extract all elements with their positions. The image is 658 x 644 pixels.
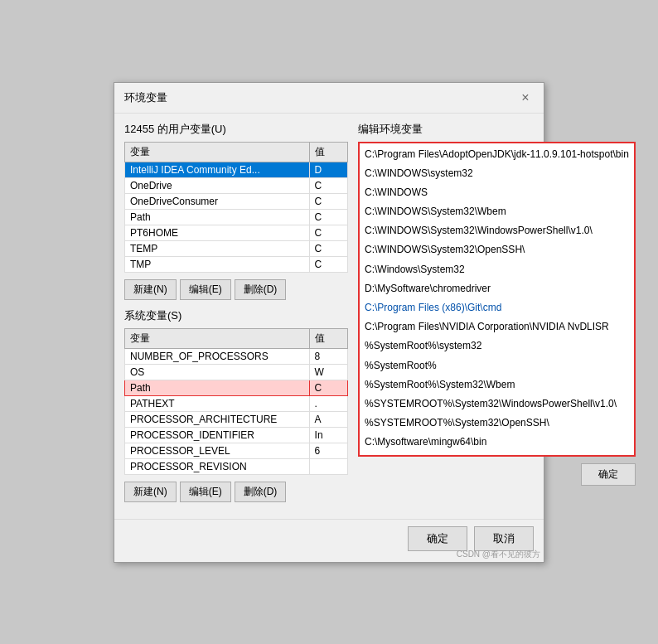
- right-panel: 编辑环境变量 C:\Program Files\AdoptOpenJDK\jdk…: [358, 122, 636, 511]
- system-table-row[interactable]: PathC: [125, 380, 348, 395]
- system-var-val: 6: [309, 443, 347, 458]
- path-list-item[interactable]: C:\Program Files\AdoptOpenJDK\jdk-11.0.9…: [361, 145, 632, 164]
- path-list-item[interactable]: %SystemRoot%: [361, 356, 632, 375]
- system-new-button[interactable]: 新建(N): [124, 482, 177, 502]
- system-table-row[interactable]: PROCESSOR_LEVEL6: [125, 443, 348, 458]
- user-var-name: OneDrive: [125, 177, 310, 193]
- user-var-val: C: [309, 225, 347, 240]
- system-table-row[interactable]: PROCESSOR_REVISION: [125, 458, 348, 474]
- system-var-val: A: [309, 411, 347, 427]
- dialog-title: 环境变量: [124, 90, 167, 105]
- edit-ok-button[interactable]: 确定: [581, 463, 636, 486]
- system-var-val: C: [309, 380, 347, 395]
- ok-button[interactable]: 确定: [408, 526, 467, 551]
- path-list-item[interactable]: C:\WINDOWS\System32\Wbem: [361, 202, 632, 221]
- user-var-name: TEMP: [125, 240, 310, 256]
- path-list-item[interactable]: %SYSTEMROOT%\System32\OpenSSH\: [361, 414, 632, 433]
- user-new-button[interactable]: 新建(N): [124, 279, 177, 300]
- user-table-row[interactable]: OneDriveC: [125, 177, 348, 193]
- path-list-item[interactable]: C:\Program Files\NVIDIA Corporation\NVID…: [361, 317, 632, 337]
- user-var-name: Path: [125, 209, 310, 225]
- system-var-val: 8: [309, 348, 347, 364]
- user-table-row[interactable]: PT6HOMEC: [125, 225, 348, 240]
- path-list-item[interactable]: C:\WINDOWS\System32\WindowsPowerShell\v1…: [361, 221, 632, 240]
- path-list-item[interactable]: C:\Program Files (x86)\Git\cmd: [361, 298, 632, 317]
- system-var-name: PROCESSOR_IDENTIFIER: [125, 427, 310, 443]
- left-panel: 12455 的用户变量(U) 变量 值 IntelliJ IDEA Commun…: [124, 122, 348, 511]
- system-edit-button[interactable]: 编辑(E): [180, 482, 231, 502]
- user-table-row[interactable]: OneDriveConsumerC: [125, 193, 348, 209]
- system-col-var: 变量: [125, 328, 310, 348]
- env-dialog: 环境变量 × 12455 的用户变量(U) 变量 值 IntelliJ IDEA…: [114, 82, 544, 563]
- path-list-item[interactable]: C:\WINDOWS\System32\OpenSSH\: [361, 240, 632, 259]
- system-table-row[interactable]: PROCESSOR_ARCHITECTUREA: [125, 411, 348, 427]
- path-list-item[interactable]: C:\Windows\System32: [361, 260, 632, 279]
- user-var-table: 变量 值 IntelliJ IDEA Community Ed...DOneDr…: [124, 142, 348, 273]
- user-col-val: 值: [309, 142, 347, 162]
- cancel-button[interactable]: 取消: [474, 526, 534, 551]
- dialog-titlebar: 环境变量 ×: [114, 83, 544, 114]
- system-var-val: .: [309, 395, 347, 411]
- user-table-row[interactable]: TEMPC: [125, 240, 348, 256]
- edit-dialog-title: 编辑环境变量: [358, 122, 636, 137]
- user-section-buttons: 新建(N) 编辑(E) 删除(D): [124, 279, 348, 300]
- user-table-row[interactable]: IntelliJ IDEA Community Ed...D: [125, 162, 348, 177]
- system-var-table: 变量 值 NUMBER_OF_PROCESSORS8OSWPathCPATHEX…: [124, 328, 348, 475]
- system-col-val: 值: [309, 328, 347, 348]
- system-table-row[interactable]: NUMBER_OF_PROCESSORS8: [125, 348, 348, 364]
- user-var-val: C: [309, 256, 347, 272]
- system-var-name: NUMBER_OF_PROCESSORS: [125, 348, 310, 364]
- path-list-item[interactable]: D:\MySoftware\chromedriver: [361, 279, 632, 298]
- system-table-row[interactable]: PROCESSOR_IDENTIFIERIn: [125, 427, 348, 443]
- user-delete-button[interactable]: 删除(D): [235, 279, 287, 300]
- system-section-buttons: 新建(N) 编辑(E) 删除(D): [124, 482, 348, 502]
- watermark: CSDN @看不见的彼方: [457, 549, 540, 560]
- system-table-row[interactable]: PATHEXT.: [125, 395, 348, 411]
- path-list-item[interactable]: %SystemRoot%\system32: [361, 337, 632, 356]
- user-section-title: 12455 的用户变量(U): [124, 122, 348, 137]
- user-var-name: TMP: [125, 256, 310, 272]
- system-var-name: OS: [125, 364, 310, 380]
- user-var-val: C: [309, 240, 347, 256]
- system-var-val: In: [309, 427, 347, 443]
- system-var-val: [309, 458, 347, 474]
- system-var-name: PROCESSOR_LEVEL: [125, 443, 310, 458]
- dialog-body: 12455 的用户变量(U) 变量 值 IntelliJ IDEA Commun…: [114, 114, 544, 519]
- user-table-row[interactable]: TMPC: [125, 256, 348, 272]
- system-var-val: W: [309, 364, 347, 380]
- user-var-name: IntelliJ IDEA Community Ed...: [125, 162, 310, 177]
- system-var-name: Path: [125, 380, 310, 395]
- system-var-name: PROCESSOR_ARCHITECTURE: [125, 411, 310, 427]
- system-section-title: 系统变量(S): [124, 308, 348, 323]
- user-var-val: D: [309, 162, 347, 177]
- user-edit-button[interactable]: 编辑(E): [180, 279, 231, 300]
- user-var-name: OneDriveConsumer: [125, 193, 310, 209]
- path-list-item[interactable]: C:\Mysoftware\mingw64\bin: [361, 433, 632, 452]
- system-var-name: PROCESSOR_REVISION: [125, 458, 310, 474]
- path-list-item[interactable]: C:\WINDOWS\system32: [361, 164, 632, 183]
- path-list-item[interactable]: %SYSTEMROOT%\System32\WindowsPowerShell\…: [361, 395, 632, 414]
- close-button[interactable]: ×: [517, 90, 534, 106]
- path-list-item[interactable]: %SystemRoot%\System32\Wbem: [361, 375, 632, 395]
- user-var-val: C: [309, 193, 347, 209]
- path-list-item[interactable]: C:\WINDOWS: [361, 183, 632, 202]
- user-table-row[interactable]: PathC: [125, 209, 348, 225]
- path-list[interactable]: C:\Program Files\AdoptOpenJDK\jdk-11.0.9…: [358, 142, 636, 457]
- user-var-val: C: [309, 209, 347, 225]
- user-var-val: C: [309, 177, 347, 193]
- system-var-name: PATHEXT: [125, 395, 310, 411]
- user-var-name: PT6HOME: [125, 225, 310, 240]
- user-col-var: 变量: [125, 142, 310, 162]
- system-table-row[interactable]: OSW: [125, 364, 348, 380]
- system-delete-button[interactable]: 删除(D): [235, 482, 287, 502]
